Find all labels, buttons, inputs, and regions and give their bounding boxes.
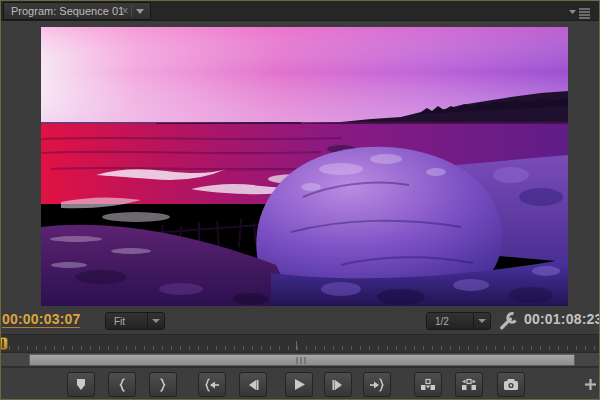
step-back-icon <box>246 379 260 391</box>
horizontal-scrollbar[interactable] <box>1 352 600 367</box>
zoom-level-value: Fit <box>106 316 147 327</box>
mark-out-button[interactable] <box>149 372 177 397</box>
ruler-ticks <box>1 346 600 350</box>
chevron-down-icon[interactable] <box>147 313 164 329</box>
go-to-in-icon <box>204 378 220 392</box>
scrollbar-grip <box>296 357 308 364</box>
playback-resolution-select[interactable]: 1/2 <box>426 312 491 330</box>
chevron-down-icon[interactable] <box>136 9 144 14</box>
camera-icon <box>503 378 519 391</box>
step-forward-button[interactable] <box>324 372 352 397</box>
go-to-out-button[interactable] <box>363 372 391 397</box>
current-timecode[interactable]: 00:00:03:07 <box>2 311 80 328</box>
button-editor-button[interactable] <box>581 374 599 394</box>
step-forward-icon <box>331 379 345 391</box>
ruler-center-tick <box>296 341 297 350</box>
mark-in-icon <box>115 378 129 392</box>
extract-button[interactable] <box>455 372 483 397</box>
monitor-controls-row: 00:00:03:07 Fit 1/2 00:01:08:23 <box>1 307 600 334</box>
export-frame-button[interactable] <box>497 372 525 397</box>
play-button[interactable] <box>285 372 313 397</box>
plus-icon <box>584 378 597 391</box>
panel-menu-icon[interactable] <box>569 5 591 17</box>
playback-resolution-value: 1/2 <box>427 316 473 327</box>
lift-button[interactable] <box>414 372 442 397</box>
program-monitor-panel: Program: Sequence 01 × <box>0 0 600 400</box>
mark-out-icon <box>156 378 170 392</box>
step-back-button[interactable] <box>239 372 267 397</box>
close-icon[interactable]: × <box>119 4 131 18</box>
tab-label: Program: Sequence 01 <box>11 5 124 17</box>
go-to-out-icon <box>369 378 385 392</box>
playhead-marker[interactable] <box>0 337 8 350</box>
scrollbar-thumb[interactable] <box>29 354 575 366</box>
chevron-down-icon[interactable] <box>473 313 490 329</box>
zoom-level-select[interactable]: Fit <box>105 312 165 330</box>
play-icon <box>293 378 306 391</box>
mark-in-button[interactable] <box>108 372 136 397</box>
tab-divider <box>131 5 132 17</box>
duration-timecode: 00:01:08:23 <box>524 311 600 327</box>
tab-bar: Program: Sequence 01 × <box>1 1 599 21</box>
wrench-icon[interactable] <box>497 311 519 331</box>
go-to-in-button[interactable] <box>198 372 226 397</box>
extract-icon <box>461 378 477 391</box>
video-preview[interactable] <box>41 27 568 306</box>
lift-icon <box>420 378 436 391</box>
mini-timeline-ruler[interactable] <box>1 334 600 352</box>
transport-bar <box>1 367 600 400</box>
add-marker-button[interactable] <box>67 372 95 397</box>
marker-icon <box>74 378 88 391</box>
